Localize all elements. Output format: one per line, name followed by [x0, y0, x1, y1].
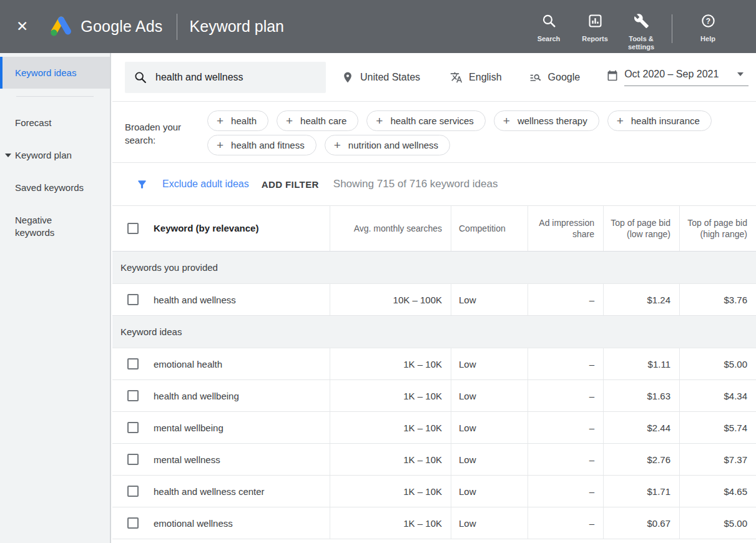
column-header-label: Keyword (by relevance)	[154, 223, 258, 234]
row-checkbox[interactable]	[127, 454, 139, 465]
broaden-chip-health-insurance[interactable]: +health insurance	[607, 110, 712, 131]
cell-competition: Low	[451, 380, 528, 411]
page-title: Keyword plan	[190, 17, 284, 36]
row-checkbox[interactable]	[127, 422, 139, 433]
plus-icon: +	[286, 115, 293, 127]
brand-title: Google Ads	[81, 17, 162, 36]
column-header-top-of-page-bid-low-range[interactable]: Top of page bid (low range)	[603, 206, 679, 251]
plus-icon: +	[217, 139, 223, 151]
plus-icon: +	[617, 115, 624, 127]
cell-value: 1K – 10K	[403, 391, 442, 401]
sidebar-divider	[16, 96, 94, 97]
keyword-search-box[interactable]	[125, 62, 326, 93]
cell-value: $4.65	[724, 486, 747, 497]
language-selector[interactable]: English	[450, 71, 501, 84]
column-header-top-of-page-bid-high-range[interactable]: Top of page bid (high range)	[679, 206, 756, 251]
cell-value: $5.74	[724, 423, 747, 433]
titlebar-divider	[177, 14, 177, 40]
cell-ad-impression-share: –	[528, 284, 603, 315]
chip-label: health and fitness	[231, 140, 305, 150]
cell-top-bid-low: $1.71	[603, 476, 679, 507]
close-icon[interactable]: ✕	[16, 19, 28, 34]
sidebar-item-keyword-ideas[interactable]: Keyword ideas	[0, 57, 110, 89]
sidebar-item-label: Forecast	[15, 117, 51, 129]
cell-top-bid-high: $3.76	[679, 284, 756, 315]
broaden-chip-list: +health+health care+health care services…	[207, 109, 749, 162]
cell-top-bid-high: $5.00	[679, 348, 756, 379]
cell-competition: Low	[451, 444, 528, 475]
location-label: United States	[360, 72, 420, 83]
table-header-row: Keyword (by relevance)Avg. monthly searc…	[112, 205, 756, 252]
topnav-label: Tools & settings	[621, 35, 662, 51]
cell-ad-impression-share: –	[528, 444, 603, 475]
column-header-keyword[interactable]: Keyword (by relevance)	[112, 206, 330, 251]
keyword-cell: health and wellness	[112, 284, 330, 315]
column-header-label: Top of page bid (high range)	[686, 217, 747, 240]
cell-top-bid-low: $1.24	[603, 284, 679, 315]
showing-count-text: Showing 715 of 716 keyword ideas	[333, 178, 498, 190]
column-header-ad-impression-share[interactable]: Ad impression share	[528, 206, 603, 251]
sidebar-item-label: Negative keywords	[15, 214, 87, 239]
cell-value: $2.44	[647, 423, 670, 433]
cell-value: –	[589, 295, 594, 305]
magnifier-icon	[134, 71, 147, 84]
cell-ad-impression-share: –	[528, 476, 603, 507]
cell-value: –	[589, 454, 594, 465]
search-input[interactable]	[155, 72, 317, 83]
sidebar-item-forecast[interactable]: Forecast	[0, 117, 110, 129]
plus-icon: +	[503, 115, 510, 127]
topnav-reports-button[interactable]: Reports	[574, 13, 616, 43]
row-checkbox[interactable]	[127, 294, 139, 305]
chip-label: health	[231, 115, 257, 126]
topnav-label: Search	[538, 35, 561, 43]
chip-label: health insurance	[631, 115, 700, 126]
exclude-adult-ideas-link[interactable]: Exclude adult ideas	[162, 179, 249, 190]
broaden-chip-health-and-fitness[interactable]: +health and fitness	[207, 135, 317, 155]
cell-value: 1K – 10K	[403, 486, 442, 497]
cell-value: Low	[459, 391, 476, 401]
location-selector[interactable]: United States	[341, 71, 420, 84]
cell-avg-monthly-searches: 1K – 10K	[330, 412, 451, 443]
topnav-search-button[interactable]: Search	[528, 13, 569, 43]
network-selector[interactable]: Google	[529, 71, 581, 84]
sidebar-item-saved-keywords[interactable]: Saved keywords	[0, 182, 110, 194]
filter-funnel-icon[interactable]	[136, 179, 148, 190]
broaden-chip-wellness-therapy[interactable]: +wellness therapy	[494, 110, 599, 131]
cell-value: 1K – 10K	[403, 423, 442, 433]
sidebar-item-negative-keywords[interactable]: Negative keywords	[0, 214, 110, 239]
table-row-health-and-wellness-center: health and wellness center1K – 10KLow–$1…	[112, 476, 756, 507]
cell-value: $1.71	[647, 486, 670, 497]
help-icon: ?	[700, 13, 716, 31]
column-header-competition[interactable]: Competition	[451, 206, 528, 251]
chip-label: nutrition and wellness	[348, 140, 438, 150]
sidebar-item-keyword-plan[interactable]: Keyword plan	[0, 149, 110, 162]
row-checkbox[interactable]	[127, 390, 139, 401]
cell-avg-monthly-searches: 10K – 100K	[330, 284, 451, 315]
row-checkbox[interactable]	[127, 517, 139, 529]
column-header-avg-monthly-searches[interactable]: Avg. monthly searches	[330, 206, 451, 251]
broaden-chip-nutrition-and-wellness[interactable]: +nutrition and wellness	[325, 135, 450, 155]
cell-value: Low	[459, 359, 476, 369]
cell-competition: Low	[451, 284, 528, 315]
row-checkbox[interactable]	[127, 358, 139, 369]
keyword-cell: emotional wellness	[112, 507, 330, 539]
cell-avg-monthly-searches: 1K – 10K	[330, 476, 451, 507]
date-range-selector[interactable]: Oct 2020 – Sep 2021	[606, 69, 749, 86]
topnav-tools-settings-button[interactable]: Tools & settings	[621, 13, 662, 51]
broaden-chip-health-care[interactable]: +health care	[277, 110, 358, 131]
topnav-label: Reports	[582, 35, 608, 43]
table-row-mental-wellness: mental wellness1K – 10KLow–$2.76$7.37	[112, 444, 756, 476]
select-all-checkbox[interactable]	[127, 223, 139, 234]
row-checkbox[interactable]	[127, 486, 139, 497]
broaden-chip-health[interactable]: +health	[207, 110, 268, 131]
add-filter-button[interactable]: ADD FILTER	[262, 179, 319, 190]
cell-value: –	[589, 359, 594, 369]
cell-top-bid-low: $1.11	[603, 348, 679, 379]
topnav-help-button[interactable]: ?Help	[687, 13, 729, 43]
cell-ad-impression-share: –	[528, 412, 603, 443]
cell-value: Low	[459, 423, 476, 433]
keyword-text: emotional health	[154, 359, 222, 369]
keyword-cell: emotional health	[112, 348, 330, 379]
broaden-chip-health-care-services[interactable]: +health care services	[366, 110, 486, 131]
cell-competition: Low	[451, 412, 528, 443]
